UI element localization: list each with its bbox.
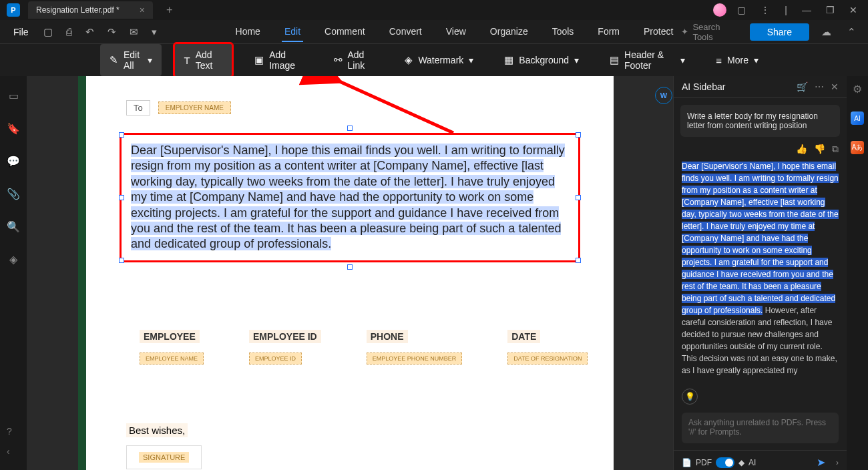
background-button[interactable]: ▦ Background ▾ — [495, 49, 588, 71]
ai-footer: 📄 PDF ◆ AI ➤ › — [674, 450, 847, 470]
undo-icon[interactable]: ↶ — [81, 23, 98, 41]
cart-icon[interactable]: 🛒 — [797, 81, 808, 92]
tab-protect[interactable]: Protect — [641, 22, 676, 42]
ai-badge-icon[interactable]: W — [655, 87, 672, 104]
more-button[interactable]: ≡ More ▾ — [706, 49, 768, 71]
page-edge — [78, 76, 86, 470]
watermark-label: Watermark — [418, 55, 463, 65]
tab-tools[interactable]: Tools — [550, 22, 577, 42]
field-header: EMPLOYEE — [140, 330, 200, 343]
collapse-left-icon[interactable]: ‹ — [7, 446, 10, 457]
search-icon[interactable]: 🔍 — [7, 220, 20, 233]
idea-icon[interactable]: 💡 — [682, 389, 698, 405]
send-icon[interactable]: ➤ — [817, 456, 825, 469]
new-tab-icon[interactable]: + — [166, 4, 172, 16]
share-button[interactable]: Share — [750, 23, 809, 41]
mode-toggle[interactable] — [716, 457, 734, 468]
tab-home[interactable]: Home — [233, 22, 263, 42]
ai-tool-icon[interactable]: AI — [851, 111, 864, 125]
dropdown-icon[interactable]: ▾ — [148, 23, 161, 41]
tab-organize[interactable]: Organize — [487, 22, 531, 42]
ai-response-text[interactable]: Dear [Supervisor's Name], I hope this em… — [674, 160, 847, 383]
svg-line-0 — [313, 76, 453, 133]
closing-section: Best wishes, SIGNATURE — [126, 423, 202, 469]
field-header: DATE — [507, 330, 540, 343]
copy-icon[interactable]: ⧉ — [832, 144, 839, 155]
settings-icon[interactable]: ⚙ — [853, 83, 862, 95]
signature-box[interactable]: SIGNATURE — [126, 445, 202, 469]
field-header: EMPLOYEE ID — [249, 330, 321, 343]
redo-icon[interactable]: ↷ — [103, 23, 120, 41]
watermark-button[interactable]: ◈ Watermark ▾ — [395, 49, 483, 71]
chat-icon[interactable]: ▢ — [733, 3, 750, 17]
comment-panel-icon[interactable]: 💬 — [7, 155, 20, 168]
help-icon[interactable]: ? — [7, 426, 12, 437]
tab-edit[interactable]: Edit — [282, 22, 303, 42]
employee-name-field[interactable]: EMPLOYEE NAME — [140, 352, 204, 365]
search-tools[interactable]: ✦ Search Tools — [681, 22, 741, 42]
add-text-button[interactable]: T Add Text — [174, 43, 234, 77]
add-image-button[interactable]: ▣ Add Image — [245, 44, 312, 76]
file-menu[interactable]: File — [8, 24, 34, 40]
thumbs-up-icon[interactable]: 👍 — [796, 144, 807, 155]
tab-view[interactable]: View — [443, 22, 469, 42]
save-icon[interactable]: ▢ — [39, 23, 57, 41]
add-link-button[interactable]: ⚯ Add Link — [324, 44, 384, 76]
minimize-icon[interactable]: — — [798, 3, 815, 17]
menubar: File ▢ ⎙ ↶ ↷ ✉ ▾ Home Edit Comment Conve… — [0, 20, 868, 44]
main-area: ▭ 🔖 💬 📎 🔍 ◈ To EMPLOYER NAME Dear [Super… — [0, 76, 868, 470]
background-label: Background — [519, 55, 569, 65]
ai-input[interactable]: Ask anything unrelated to PDFs. Press '#… — [682, 413, 839, 443]
mail-icon[interactable]: ✉ — [126, 23, 142, 41]
menu-tabs: Home Edit Comment Convert View Organize … — [233, 22, 676, 42]
resize-handle[interactable] — [119, 195, 124, 200]
resize-handle[interactable] — [576, 258, 581, 263]
tab-convert[interactable]: Convert — [387, 22, 425, 42]
thumbnail-icon[interactable]: ▭ — [9, 89, 19, 102]
bookmark-icon[interactable]: 🔖 — [7, 122, 20, 135]
closing-text: Best wishes, — [126, 423, 188, 437]
close-window-icon[interactable]: ✕ — [845, 3, 861, 17]
resize-handle[interactable] — [119, 132, 124, 138]
resize-handle[interactable] — [347, 126, 353, 131]
more-menu-icon[interactable]: ⋮ — [756, 3, 774, 17]
header-footer-button[interactable]: ▤ Header & Footer ▾ — [600, 44, 694, 76]
right-tool-strip: ⚙ AI Aあ — [847, 76, 868, 470]
print-icon[interactable]: ⎙ — [62, 23, 76, 40]
body-text-content: Dear [Supervisor's Name], I hope this em… — [131, 144, 565, 250]
thumbs-down-icon[interactable]: 👎 — [814, 144, 825, 155]
expand-icon[interactable]: › — [836, 458, 839, 467]
resize-handle[interactable] — [576, 195, 581, 200]
close-sidebar-icon[interactable]: ✕ — [831, 81, 839, 92]
layers-icon[interactable]: ◈ — [9, 253, 17, 266]
add-link-label: Add Link — [348, 49, 375, 71]
maximize-icon[interactable]: ❐ — [822, 3, 839, 17]
user-avatar[interactable] — [713, 3, 726, 17]
more-icon[interactable]: ⋯ — [815, 81, 824, 92]
resize-handle[interactable] — [576, 132, 581, 138]
ai-icon: ◆ — [738, 458, 744, 467]
document-tab[interactable]: Resignation Letter.pdf * × — [28, 1, 153, 19]
resize-handle[interactable] — [347, 264, 353, 270]
response-rest: However, after careful consideration and… — [682, 306, 837, 375]
tab-comment[interactable]: Comment — [322, 22, 368, 42]
left-sidebar: ▭ 🔖 💬 📎 🔍 ◈ — [0, 76, 27, 470]
chevron-down-icon: ▾ — [148, 55, 152, 65]
edit-all-label: Edit All — [124, 49, 142, 71]
tab-form[interactable]: Form — [595, 22, 622, 42]
app-logo: P — [7, 3, 20, 17]
attachment-icon[interactable]: 📎 — [7, 188, 20, 200]
collapse-icon[interactable]: ⌃ — [843, 23, 860, 41]
employer-name-field[interactable]: EMPLOYER NAME — [158, 101, 231, 114]
resize-handle[interactable] — [119, 258, 124, 263]
employee-id-field[interactable]: EMPLOYEE ID — [249, 352, 302, 365]
field-header: PHONE — [367, 330, 408, 343]
cloud-icon[interactable]: ☁ — [817, 23, 835, 41]
document-viewport[interactable]: To EMPLOYER NAME Dear [Supervisor's Name… — [27, 76, 673, 470]
edit-all-button[interactable]: ✎ Edit All ▾ — [100, 44, 162, 76]
date-field[interactable]: DATE OF RESIGNATION — [507, 352, 588, 365]
phone-field[interactable]: EMPLOYEE PHONE NUMBER — [367, 352, 463, 365]
body-text-box[interactable]: Dear [Supervisor's Name], I hope this em… — [120, 133, 580, 262]
translate-icon[interactable]: Aあ — [851, 141, 864, 154]
tab-close-icon[interactable]: × — [140, 5, 145, 15]
